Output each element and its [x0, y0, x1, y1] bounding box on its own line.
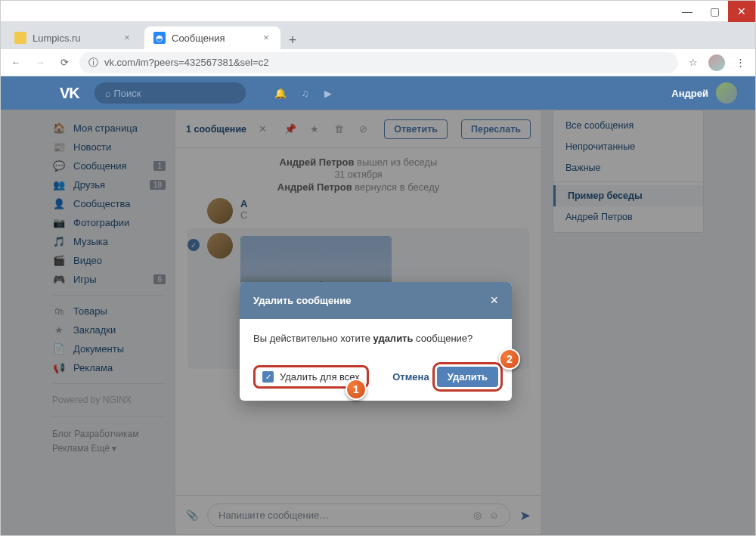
site-info-icon[interactable]: ⓘ	[88, 56, 98, 70]
browser-tabs: Lumpics.ru × ◓ Сообщения × +	[1, 22, 755, 49]
modal-header: Удалить сообщение ×	[240, 282, 512, 319]
tab-title: Сообщения	[172, 33, 225, 44]
vk-search-input[interactable]: ⌕ Поиск	[94, 82, 246, 104]
tab-title: Lumpics.ru	[33, 33, 81, 44]
annotation-2: 2	[499, 349, 520, 370]
checkbox-label: Удалить для всех	[280, 371, 360, 383]
video-icon[interactable]: ▶	[324, 88, 332, 99]
delete-modal: Удалить сообщение × Вы действительно хот…	[240, 282, 512, 401]
favicon-vk: ◓	[153, 32, 166, 44]
modal-footer: ✓ Удалить для всех Отмена Удалить	[240, 356, 512, 401]
close-tab-icon[interactable]: ×	[122, 33, 132, 43]
checkbox-checked-icon: ✓	[262, 371, 274, 383]
menu-icon[interactable]: ⋮	[731, 54, 749, 72]
search-placeholder: Поиск	[113, 88, 141, 99]
url-text: vk.com/im?peers=432567381&sel=c2	[104, 57, 269, 68]
notifications-icon[interactable]: 🔔	[274, 88, 287, 99]
delete-button[interactable]: Удалить	[437, 367, 498, 387]
annotation-1: 1	[345, 379, 367, 400]
profile-avatar-icon[interactable]	[708, 54, 725, 71]
vk-header: VK ⌕ Поиск 🔔 ♫ ▶ Андрей	[1, 76, 755, 110]
new-tab-button[interactable]: +	[284, 31, 302, 49]
modal-body: Вы действительно хотите удалить сообщени…	[240, 319, 512, 356]
forward-button[interactable]: →	[31, 54, 49, 72]
vk-logo[interactable]: VK	[60, 85, 79, 102]
vk-user-menu[interactable]: Андрей	[671, 82, 737, 104]
close-tab-icon[interactable]: ×	[261, 33, 271, 43]
favicon-lumpics	[14, 32, 26, 44]
window-titlebar: — ▢ ✕	[1, 1, 755, 22]
modal-close-icon[interactable]: ×	[490, 293, 498, 308]
music-icon[interactable]: ♫	[302, 88, 309, 99]
back-button[interactable]: ←	[7, 54, 25, 72]
search-icon: ⌕	[105, 88, 114, 99]
avatar-icon	[716, 82, 737, 104]
reload-button[interactable]: ⟳	[55, 54, 73, 72]
url-input[interactable]: ⓘ vk.com/im?peers=432567381&sel=c2	[79, 52, 678, 73]
window-min-button[interactable]: —	[674, 1, 701, 22]
modal-title: Удалить сообщение	[253, 295, 351, 306]
tab-vk-messages[interactable]: ◓ Сообщения ×	[144, 26, 280, 49]
window-close-button[interactable]: ✕	[728, 1, 755, 22]
vk-user-name: Андрей	[671, 88, 708, 99]
tab-lumpics[interactable]: Lumpics.ru ×	[5, 26, 141, 49]
window-max-button[interactable]: ▢	[701, 1, 728, 22]
cancel-button[interactable]: Отмена	[392, 371, 429, 383]
star-icon[interactable]: ☆	[684, 54, 702, 72]
address-bar: ← → ⟳ ⓘ vk.com/im?peers=432567381&sel=c2…	[1, 49, 755, 76]
